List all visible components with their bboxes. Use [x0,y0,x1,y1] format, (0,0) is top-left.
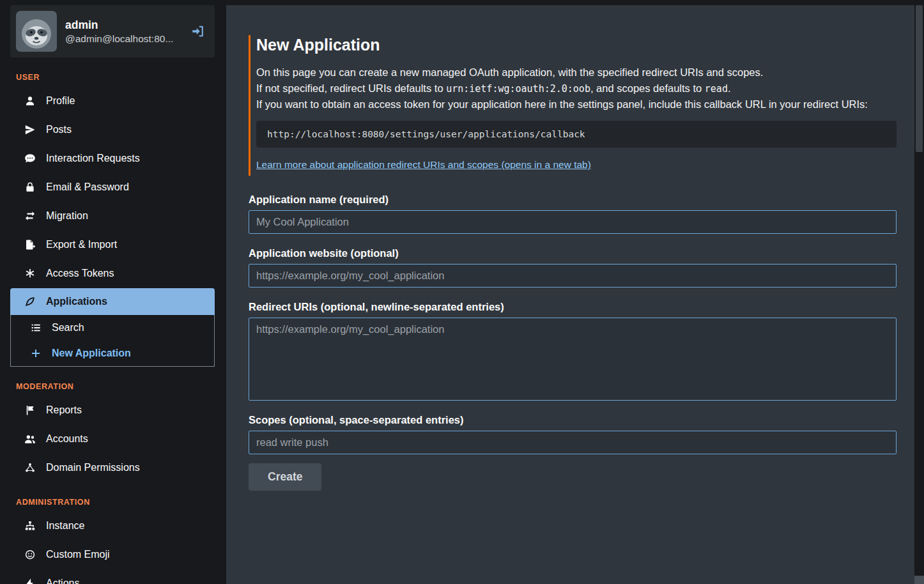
application-name-input[interactable] [249,210,897,234]
sidebar-item-search[interactable]: Search [11,315,214,341]
sidebar-nav: USERProfilePostsInteraction RequestsEmai… [10,73,215,584]
sidebar-item-actions[interactable]: Actions [10,569,215,584]
scopes-input[interactable] [249,431,897,454]
sidebar-item-new-application[interactable]: New Application [11,341,214,366]
sidebar-item-domain-permissions[interactable]: Domain Permissions [10,454,215,482]
feather-icon [22,296,38,307]
sidebar-item-label: Email & Password [46,180,129,195]
sidebar-item-access-tokens[interactable]: Access Tokens [10,259,215,288]
nav-section-label-administration: ADMINISTRATION [16,498,215,507]
asterisk-icon [22,268,38,279]
inline-code-oob: urn:ietf:wg:oauth:2.0:oob [446,83,590,95]
sidebar-item-label: Export & Import [46,237,117,252]
avatar [16,11,57,52]
sidebar-item-applications[interactable]: Applications [10,288,215,315]
scopes-label: Scopes (optional, space-separated entrie… [249,414,897,426]
user-name: admin [65,18,183,32]
callback-url-codeblock: http://localhost:8080/settings/user/appl… [256,121,897,148]
intro-line-2-post: . [728,82,731,94]
nav-section-label-moderation: MODERATION [16,382,215,391]
applications-submenu: SearchNew Application [10,315,215,367]
sidebar-item-export-import[interactable]: Export & Import [10,231,215,259]
sitemap-icon [22,520,38,532]
create-button[interactable]: Create [249,463,321,491]
page-header: New Application On this page you can cre… [249,35,897,176]
sidebar-item-interaction-requests[interactable]: Interaction Requests [10,144,215,173]
plus-icon [27,348,44,359]
new-application-page: New Application On this page you can cre… [226,5,914,516]
sidebar-item-label: Reports [46,403,82,418]
lock-icon [22,181,38,193]
sidebar-item-reports[interactable]: Reports [10,396,215,425]
page-title: New Application [256,35,897,54]
scrollbar-corner [914,576,924,584]
nav-section-label-user: USER [16,73,215,82]
arrows-left-right-icon [22,210,38,222]
sidebar-item-label: Instance [46,518,84,534]
bolt-icon [22,578,38,584]
sidebar-item-label: Posts [46,122,72,137]
flag-icon [22,404,38,416]
sidebar-item-profile[interactable]: Profile [10,87,215,116]
intro-line-3: If you want to obtain an access token fo… [256,96,897,112]
sidebar-item-label: Domain Permissions [46,460,140,475]
intro-line-1: On this page you can create a new manage… [256,65,897,81]
sidebar-item-label: Actions [46,576,79,584]
app-window: admin @admin@localhost:80... USERProfile… [0,0,924,584]
intro-line-2: If not specified, redirect URIs defaults… [256,81,897,97]
paper-plane-icon [22,124,38,135]
sidebar-item-label: Custom Emoji [46,547,110,562]
intro-line-2-mid: , and scopes defaults to [590,82,705,94]
smile-icon [22,549,38,560]
sidebar-item-custom-emoji[interactable]: Custom Emoji [10,541,215,569]
user-info: admin @admin@localhost:80... [65,18,183,45]
scrollbar-thumb[interactable] [916,5,923,152]
sidebar-item-accounts[interactable]: Accounts [10,425,215,454]
sidebar-item-email-password[interactable]: Email & Password [10,173,215,202]
comments-icon [22,153,38,164]
users-icon [22,433,38,445]
sidebar-item-label: Accounts [46,431,88,447]
sidebar: admin @admin@localhost:80... USERProfile… [0,0,226,584]
redirect-uris-textarea[interactable] [249,318,897,401]
sidebar-item-migration[interactable]: Migration [10,202,215,231]
application-website-label: Application website (optional) [249,247,897,259]
file-export-icon [22,239,38,250]
circle-nodes-icon [22,462,38,473]
sidebar-item-label: Applications [46,294,107,309]
sidebar-item-instance[interactable]: Instance [10,512,215,541]
sidebar-item-label: New Application [52,346,131,361]
main-panel: New Application On this page you can cre… [226,5,914,584]
sidebar-item-label: Profile [46,93,75,109]
redirect-uris-label: Redirect URIs (optional, newline-separat… [249,301,897,313]
sidebar-item-label: Search [52,320,84,335]
learn-more-link[interactable]: Learn more about application redirect UR… [256,159,591,170]
logout-icon[interactable] [191,24,205,38]
application-website-input[interactable] [249,264,897,288]
user-handle: @admin@localhost:80... [65,32,183,45]
intro-line-2-pre: If not specified, redirect URIs defaults… [256,82,446,94]
inline-code-read: read [705,83,728,95]
sidebar-item-posts[interactable]: Posts [10,116,215,144]
application-name-label: Application name (required) [249,194,897,206]
user-card[interactable]: admin @admin@localhost:80... [10,5,215,58]
user-icon [22,95,38,107]
new-application-form: Application name (required) Application … [249,194,897,491]
sidebar-item-label: Access Tokens [46,266,114,281]
sidebar-item-label: Interaction Requests [46,151,140,166]
list-icon [27,322,44,334]
sidebar-item-label: Migration [46,208,88,224]
vertical-scrollbar[interactable] [914,0,924,584]
